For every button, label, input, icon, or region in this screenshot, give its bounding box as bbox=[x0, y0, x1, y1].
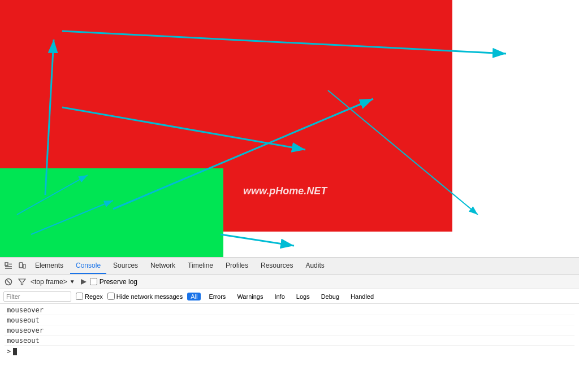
tab-audits[interactable]: Audits bbox=[300, 258, 330, 274]
hide-network-checkbox-container: Hide network messages bbox=[107, 293, 183, 300]
tab-console[interactable]: Console bbox=[70, 258, 106, 274]
clear-console-icon[interactable] bbox=[3, 277, 14, 287]
console-line: mouseout bbox=[5, 336, 574, 346]
preserve-log-checkbox[interactable] bbox=[90, 278, 97, 285]
hide-network-checkbox[interactable] bbox=[107, 293, 115, 300]
svg-line-16 bbox=[7, 280, 10, 284]
prompt-symbol: > bbox=[7, 347, 11, 355]
svg-rect-14 bbox=[23, 264, 25, 268]
webpage-viewport: www.pHome.NET bbox=[0, 0, 452, 257]
inspect-element-icon[interactable] bbox=[2, 260, 15, 272]
console-line: mouseover bbox=[5, 305, 574, 315]
filter-info-btn[interactable]: Info bbox=[271, 293, 288, 300]
svg-rect-9 bbox=[5, 263, 8, 265]
console-output: mouseover mouseout mouseover mouseout > bbox=[0, 304, 579, 392]
tab-sources[interactable]: Sources bbox=[107, 258, 144, 274]
console-cursor bbox=[13, 348, 17, 355]
svg-marker-17 bbox=[19, 279, 25, 285]
filter-input[interactable] bbox=[3, 291, 71, 302]
execution-context-icon[interactable] bbox=[81, 277, 87, 287]
filter-debug-btn[interactable]: Debug bbox=[318, 293, 343, 300]
svg-rect-13 bbox=[19, 263, 23, 268]
filter-warnings-btn[interactable]: Warnings bbox=[234, 293, 266, 300]
devtools-tab-bar: Elements Console Sources Network Timelin… bbox=[0, 258, 579, 275]
devtools-toolbar2: <top frame> ▼ Preserve log bbox=[0, 275, 579, 289]
tab-resources[interactable]: Resources bbox=[255, 258, 299, 274]
filter-errors-btn[interactable]: Errors bbox=[205, 293, 229, 300]
tab-network[interactable]: Network bbox=[145, 258, 181, 274]
regex-checkbox-container: Regex bbox=[76, 293, 103, 300]
frame-selector[interactable]: <top frame> ▼ bbox=[31, 278, 75, 286]
filter-logs-btn[interactable]: Logs bbox=[293, 293, 313, 300]
console-line: mouseover bbox=[5, 325, 574, 336]
tab-timeline[interactable]: Timeline bbox=[182, 258, 219, 274]
watermark-text: www.pHome.NET bbox=[243, 185, 327, 197]
console-line: mouseout bbox=[5, 315, 574, 325]
preserve-log-label: Preserve log bbox=[100, 278, 137, 286]
console-prompt[interactable]: > bbox=[5, 346, 574, 357]
preserve-log-checkbox-container: Preserve log bbox=[90, 278, 137, 286]
green-region bbox=[0, 168, 223, 257]
tab-profiles[interactable]: Profiles bbox=[220, 258, 254, 274]
tab-elements[interactable]: Elements bbox=[29, 258, 69, 274]
filter-all-btn[interactable]: All bbox=[187, 293, 201, 300]
svg-marker-18 bbox=[81, 279, 87, 285]
filter-handled-btn[interactable]: Handled bbox=[347, 293, 377, 300]
regex-label: Regex bbox=[85, 293, 103, 300]
devtools-panel: Elements Console Sources Network Timelin… bbox=[0, 257, 579, 392]
regex-checkbox[interactable] bbox=[76, 293, 83, 300]
svg-line-5 bbox=[221, 234, 294, 246]
filter-icon[interactable] bbox=[17, 277, 27, 287]
device-toolbar-icon[interactable] bbox=[16, 260, 28, 272]
hide-network-label: Hide network messages bbox=[116, 293, 183, 300]
devtools-filter-bar: Regex Hide network messages All Errors W… bbox=[0, 289, 579, 304]
